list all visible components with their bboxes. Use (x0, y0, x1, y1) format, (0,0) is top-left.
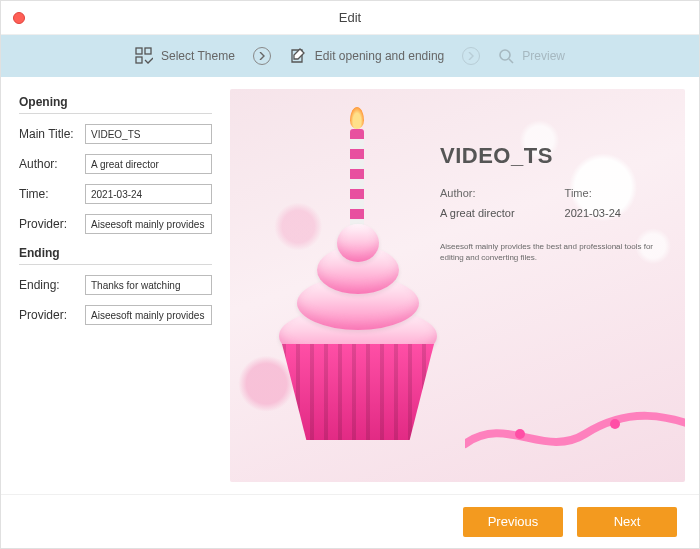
step-bar: Select Theme Edit opening and ending Pre… (1, 35, 699, 77)
form-panel: Opening Main Title: Author: Time: Provid… (1, 77, 226, 494)
footer: Previous Next (1, 494, 699, 548)
step-select-theme-label: Select Theme (161, 49, 235, 63)
provider-label: Provider: (19, 217, 79, 231)
time-input[interactable] (85, 184, 212, 204)
search-icon (498, 48, 514, 64)
next-button[interactable]: Next (577, 507, 677, 537)
step-preview[interactable]: Preview (498, 48, 565, 64)
cupcake-frosting (275, 224, 440, 354)
svg-rect-1 (145, 48, 151, 54)
svg-point-5 (610, 419, 620, 429)
step-arrow-2 (462, 47, 480, 65)
window-title: Edit (1, 10, 699, 25)
theme-icon (135, 47, 153, 65)
ending-label: Ending: (19, 278, 79, 292)
edit-window: Edit Select Theme Edit opening and endin… (0, 0, 700, 549)
ending-provider-input[interactable] (85, 305, 212, 325)
preview-author-value: A great director (440, 207, 515, 219)
ending-provider-label: Provider: (19, 308, 79, 322)
main-title-input[interactable] (85, 124, 212, 144)
time-label: Time: (19, 187, 79, 201)
svg-rect-2 (136, 57, 142, 63)
preview-canvas: VIDEO_TS Author: A great director Time: … (230, 89, 685, 482)
preview-main-title: VIDEO_TS (440, 143, 667, 169)
previous-button[interactable]: Previous (463, 507, 563, 537)
step-arrow-1 (253, 47, 271, 65)
step-select-theme[interactable]: Select Theme (135, 47, 235, 65)
svg-rect-0 (136, 48, 142, 54)
preview-time-value: 2021-03-24 (565, 207, 621, 219)
provider-input[interactable] (85, 214, 212, 234)
preview-provider-text: Aiseesoft mainly provides the best and p… (440, 241, 667, 263)
titlebar: Edit (1, 1, 699, 35)
cupcake-cup (282, 344, 434, 440)
main-title-label: Main Title: (19, 127, 79, 141)
author-label: Author: (19, 157, 79, 171)
svg-point-3 (500, 50, 510, 60)
opening-section-title: Opening (19, 95, 212, 109)
close-icon[interactable] (13, 12, 25, 24)
svg-point-4 (515, 429, 525, 439)
ending-input[interactable] (85, 275, 212, 295)
preview-author-label: Author: (440, 187, 515, 199)
candle-flame (350, 107, 364, 129)
content-area: Opening Main Title: Author: Time: Provid… (1, 77, 699, 494)
divider (19, 113, 212, 114)
preview-overlay: VIDEO_TS Author: A great director Time: … (440, 143, 667, 263)
preview-time-label: Time: (565, 187, 621, 199)
step-preview-label: Preview (522, 49, 565, 63)
ribbon (465, 404, 685, 464)
step-edit-opening-ending[interactable]: Edit opening and ending (289, 47, 444, 65)
divider (19, 264, 212, 265)
edit-icon (289, 47, 307, 65)
ending-section-title: Ending (19, 246, 212, 260)
author-input[interactable] (85, 154, 212, 174)
preview-panel: VIDEO_TS Author: A great director Time: … (226, 77, 699, 494)
candle (350, 129, 364, 239)
step-edit-label: Edit opening and ending (315, 49, 444, 63)
